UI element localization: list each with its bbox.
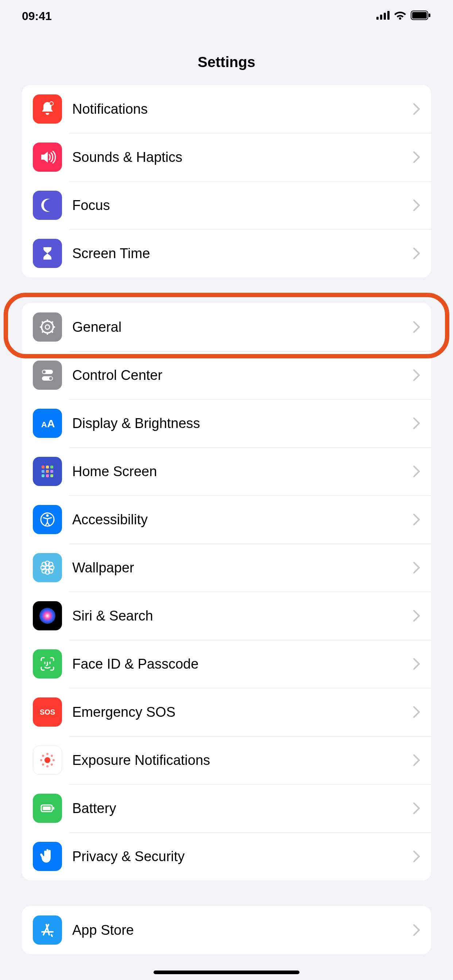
- faceid-icon: [33, 649, 62, 678]
- hand-icon: [33, 842, 62, 871]
- svg-point-49: [45, 757, 50, 763]
- chevron-right-icon: [413, 369, 420, 381]
- svg-rect-2: [384, 13, 386, 20]
- svg-rect-26: [46, 466, 49, 468]
- row-label: Emergency SOS: [72, 705, 413, 720]
- svg-point-51: [46, 765, 48, 767]
- svg-text:A: A: [41, 420, 47, 429]
- chevron-right-icon: [413, 465, 420, 477]
- svg-point-52: [40, 759, 42, 761]
- bell-badge-icon: [33, 94, 62, 124]
- svg-line-17: [51, 321, 53, 323]
- cellular-signal-icon: [376, 11, 389, 21]
- row-label: Privacy & Security: [72, 849, 413, 864]
- chevron-right-icon: [413, 247, 420, 259]
- svg-rect-29: [46, 470, 49, 473]
- chevron-right-icon: [413, 658, 420, 670]
- row-wallpaper[interactable]: Wallpaper: [22, 544, 431, 592]
- appstore-icon: [33, 915, 62, 945]
- svg-rect-31: [41, 474, 45, 477]
- textsize-icon: AA: [33, 409, 62, 438]
- status-icons: [376, 11, 431, 22]
- page-title: Settings: [0, 54, 453, 70]
- row-focus[interactable]: Focus: [22, 181, 431, 229]
- row-sounds[interactable]: Sounds & Haptics: [22, 133, 431, 181]
- row-label: Notifications: [72, 101, 413, 117]
- row-accessibility[interactable]: Accessibility: [22, 495, 431, 544]
- row-general[interactable]: General: [22, 303, 431, 351]
- svg-point-22: [49, 377, 52, 380]
- row-home-screen[interactable]: Home Screen: [22, 447, 431, 495]
- chevron-right-icon: [413, 609, 420, 622]
- row-siri[interactable]: Siri & Search: [22, 592, 431, 640]
- svg-point-8: [50, 102, 53, 105]
- row-screen-time[interactable]: Screen Time: [22, 229, 431, 277]
- svg-rect-30: [50, 470, 53, 473]
- status-time: 09:41: [22, 10, 52, 23]
- flower-icon: [33, 553, 62, 582]
- svg-rect-5: [412, 12, 427, 19]
- svg-point-56: [51, 755, 53, 757]
- row-emergency-sos[interactable]: SOS Emergency SOS: [22, 688, 431, 736]
- battery-icon: [411, 11, 431, 22]
- gear-icon: [33, 312, 62, 342]
- svg-point-50: [46, 753, 48, 755]
- row-label: Accessibility: [72, 512, 413, 528]
- svg-line-15: [42, 321, 43, 323]
- svg-point-45: [39, 608, 56, 624]
- svg-rect-6: [429, 13, 431, 17]
- home-indicator: [153, 970, 300, 974]
- row-privacy[interactable]: Privacy & Security: [22, 832, 431, 880]
- settings-group: Notifications Sounds & Haptics Focus Scr…: [22, 85, 431, 277]
- row-control-center[interactable]: Control Center: [22, 351, 431, 399]
- chevron-right-icon: [413, 706, 420, 718]
- svg-rect-59: [43, 807, 51, 810]
- row-display[interactable]: AA Display & Brightness: [22, 399, 431, 447]
- row-battery[interactable]: Battery: [22, 784, 431, 832]
- svg-rect-0: [376, 17, 379, 20]
- svg-point-36: [46, 566, 49, 570]
- svg-line-64: [51, 935, 52, 936]
- svg-point-20: [43, 371, 46, 373]
- row-app-store[interactable]: App Store: [22, 906, 431, 954]
- moon-icon: [33, 191, 62, 220]
- row-exposure[interactable]: Exposure Notifications: [22, 736, 431, 784]
- chevron-right-icon: [413, 754, 420, 766]
- row-label: Focus: [72, 197, 413, 213]
- chevron-right-icon: [413, 513, 420, 526]
- svg-rect-25: [41, 466, 45, 468]
- accessibility-icon: [33, 505, 62, 534]
- svg-point-57: [42, 764, 44, 765]
- chevron-right-icon: [413, 562, 420, 574]
- svg-rect-60: [53, 807, 54, 810]
- title-bar: Settings: [0, 32, 453, 85]
- speaker-wave-icon: [33, 143, 62, 172]
- chevron-right-icon: [413, 417, 420, 430]
- hourglass-icon: [33, 239, 62, 268]
- row-label: Face ID & Passcode: [72, 656, 413, 672]
- row-notifications[interactable]: Notifications: [22, 85, 431, 133]
- chevron-right-icon: [413, 199, 420, 212]
- svg-rect-27: [50, 466, 53, 468]
- row-label: Wallpaper: [72, 560, 413, 576]
- svg-text:A: A: [47, 417, 55, 430]
- siri-icon: [33, 601, 62, 630]
- row-label: Exposure Notifications: [72, 752, 413, 768]
- row-label: General: [72, 320, 413, 335]
- row-label: Screen Time: [72, 246, 413, 261]
- wifi-icon: [394, 11, 406, 21]
- svg-point-35: [46, 514, 49, 517]
- app-grid-icon: [33, 457, 62, 486]
- battery-icon: [33, 794, 62, 823]
- exposure-icon: [33, 746, 62, 775]
- svg-rect-33: [50, 474, 53, 477]
- row-label: Battery: [72, 800, 413, 816]
- chevron-right-icon: [413, 924, 420, 936]
- settings-group: General Control Center AA Display & Brig…: [22, 303, 431, 880]
- row-face-id[interactable]: Face ID & Passcode: [22, 640, 431, 688]
- svg-point-10: [45, 325, 49, 329]
- svg-line-16: [51, 331, 53, 332]
- switches-icon: [33, 361, 62, 390]
- chevron-right-icon: [413, 151, 420, 163]
- svg-rect-1: [380, 14, 382, 20]
